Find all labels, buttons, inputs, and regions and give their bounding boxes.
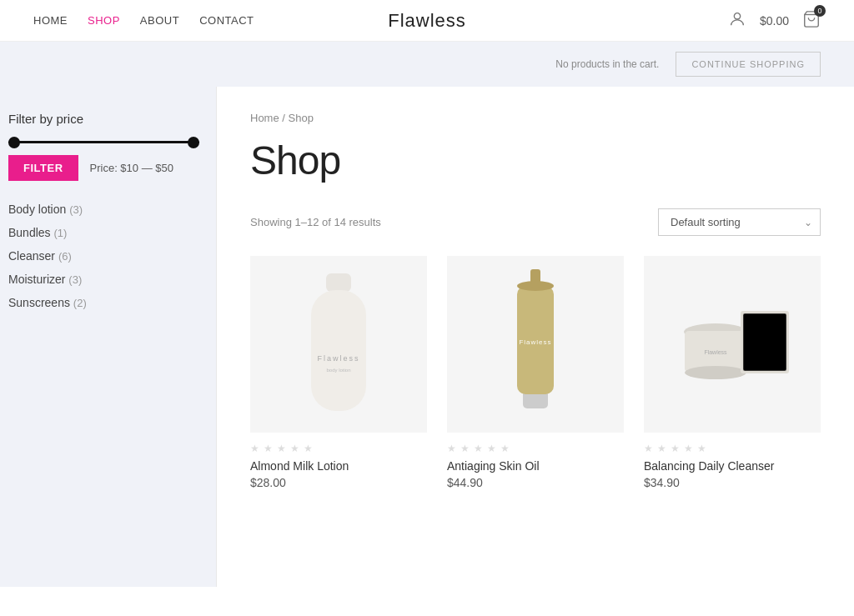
nav-contact[interactable]: CONTACT [199, 14, 254, 27]
category-count: (1) [53, 227, 67, 239]
product-tube-svg: Flawless [494, 261, 577, 428]
star-icon: ★ [500, 443, 512, 454]
nav-about[interactable]: ABOUT [140, 14, 179, 27]
continue-shopping-button[interactable]: CONTINUE SHOPPING [676, 52, 821, 77]
star-icon: ★ [684, 443, 696, 454]
page-title: Shop [250, 138, 821, 183]
price-slider-wrap [8, 141, 199, 143]
filter-title: Filter by price [8, 112, 199, 126]
svg-rect-3 [311, 290, 366, 411]
star-icon: ★ [264, 443, 275, 454]
product-image-1: Flawless body lotion [250, 256, 427, 433]
sort-select[interactable]: Default sorting Sort by popularity Sort … [658, 208, 821, 236]
product-image-3: Flawless [644, 256, 821, 433]
category-cleanser[interactable]: Cleanser (6) [8, 244, 199, 268]
breadcrumb-home[interactable]: Home [250, 112, 279, 124]
category-count: (3) [68, 273, 82, 286]
svg-text:Flawless: Flawless [317, 354, 359, 363]
product-bottle-svg: Flawless body lotion [293, 261, 384, 428]
category-list: Body lotion (3) Bundles (1) Cleanser (6)… [8, 198, 199, 314]
svg-point-13 [685, 366, 746, 379]
user-account-icon[interactable] [728, 10, 746, 31]
category-bundles[interactable]: Bundles (1) [8, 221, 199, 244]
product-image-2: Flawless [447, 256, 624, 433]
price-slider-thumb-left[interactable] [8, 137, 20, 148]
star-icon: ★ [277, 443, 289, 454]
category-sunscreens[interactable]: Sunscreens (2) [8, 291, 199, 314]
category-label: Bundles [8, 226, 51, 239]
svg-point-0 [734, 13, 740, 19]
svg-rect-15 [743, 313, 786, 371]
product-jar-svg: Flawless [661, 269, 803, 419]
star-icon: ★ [657, 443, 669, 454]
star-icon: ★ [644, 443, 656, 454]
product-name-2: Antiaging Skin Oil [447, 459, 624, 473]
category-count: (3) [69, 203, 83, 216]
category-body-lotion[interactable]: Body lotion (3) [8, 198, 199, 221]
main-layout: Filter by price FILTER Price: $10 — $50 … [0, 87, 854, 587]
category-label: Moisturizer [8, 273, 65, 286]
star-icon: ★ [304, 443, 315, 454]
main-nav: HOME SHOP ABOUT CONTACT [33, 14, 254, 27]
product-price-1: $28.00 [250, 476, 427, 489]
product-card-3[interactable]: Flawless ★ ★ ★ ★ ★ Balancing Daily Clean… [644, 256, 821, 489]
site-logo[interactable]: Flawless [388, 10, 466, 32]
star-icon: ★ [250, 443, 262, 454]
cart-icon[interactable]: 0 [802, 10, 821, 31]
category-count: (6) [58, 250, 72, 263]
product-card-2[interactable]: Flawless ★ ★ ★ ★ ★ Antiaging Sk [447, 256, 624, 489]
svg-rect-2 [326, 273, 351, 292]
svg-text:Flawless: Flawless [519, 338, 551, 346]
product-stars-2: ★ ★ ★ ★ ★ [447, 443, 624, 454]
header-right: $0.00 0 [728, 10, 821, 31]
star-icon: ★ [290, 443, 302, 454]
product-price-2: $44.90 [447, 476, 624, 489]
star-icon: ★ [460, 443, 472, 454]
category-moisturizer[interactable]: Moisturizer (3) [8, 268, 199, 291]
price-slider-track[interactable] [8, 141, 199, 143]
star-icon: ★ [447, 443, 459, 454]
product-stars-3: ★ ★ ★ ★ ★ [644, 443, 821, 454]
price-range-text: Price: $10 — $50 [90, 162, 173, 174]
breadcrumb-shop[interactable]: Shop [289, 112, 314, 124]
product-name-1: Almond Milk Lotion [250, 459, 427, 473]
filter-button[interactable]: FILTER [8, 155, 78, 181]
cart-amount: $0.00 [760, 14, 789, 28]
category-label: Cleanser [8, 249, 55, 263]
category-label: Sunscreens [8, 296, 70, 309]
filter-row: FILTER Price: $10 — $50 [8, 155, 199, 181]
sort-select-wrap: Default sorting Sort by popularity Sort … [658, 208, 821, 236]
nav-home[interactable]: HOME [33, 14, 68, 27]
breadcrumb-sep: / [279, 112, 289, 124]
product-name-3: Balancing Daily Cleanser [644, 459, 821, 473]
main-content: Home / Shop Shop Showing 1–12 of 14 resu… [217, 87, 854, 587]
cart-notice-bar: No products in the cart. CONTINUE SHOPPI… [0, 42, 854, 87]
product-grid: Flawless body lotion ★ ★ ★ ★ ★ Almond Mi… [250, 256, 821, 489]
results-count: Showing 1–12 of 14 results [250, 216, 381, 228]
star-icon: ★ [474, 443, 485, 454]
nav-shop[interactable]: SHOP [88, 14, 120, 27]
sidebar: Filter by price FILTER Price: $10 — $50 … [0, 87, 217, 587]
product-price-3: $34.90 [644, 476, 821, 489]
star-icon: ★ [487, 443, 499, 454]
star-icon: ★ [697, 443, 709, 454]
svg-text:body lotion: body lotion [326, 368, 350, 373]
product-stars-1: ★ ★ ★ ★ ★ [250, 443, 427, 454]
breadcrumb: Home / Shop [250, 112, 821, 124]
svg-rect-10 [530, 269, 540, 288]
cart-notice-text: No products in the cart. [555, 58, 659, 70]
price-slider-thumb-right[interactable] [188, 137, 199, 148]
category-label: Body lotion [8, 203, 66, 216]
header: HOME SHOP ABOUT CONTACT Flawless $0.00 0 [0, 0, 854, 42]
svg-text:Flawless: Flawless [704, 349, 727, 355]
category-count: (2) [73, 297, 87, 309]
cart-badge: 0 [814, 5, 826, 17]
product-card-1[interactable]: Flawless body lotion ★ ★ ★ ★ ★ Almond Mi… [250, 256, 427, 489]
shop-toolbar: Showing 1–12 of 14 results Default sorti… [250, 208, 821, 236]
star-icon: ★ [671, 443, 682, 454]
